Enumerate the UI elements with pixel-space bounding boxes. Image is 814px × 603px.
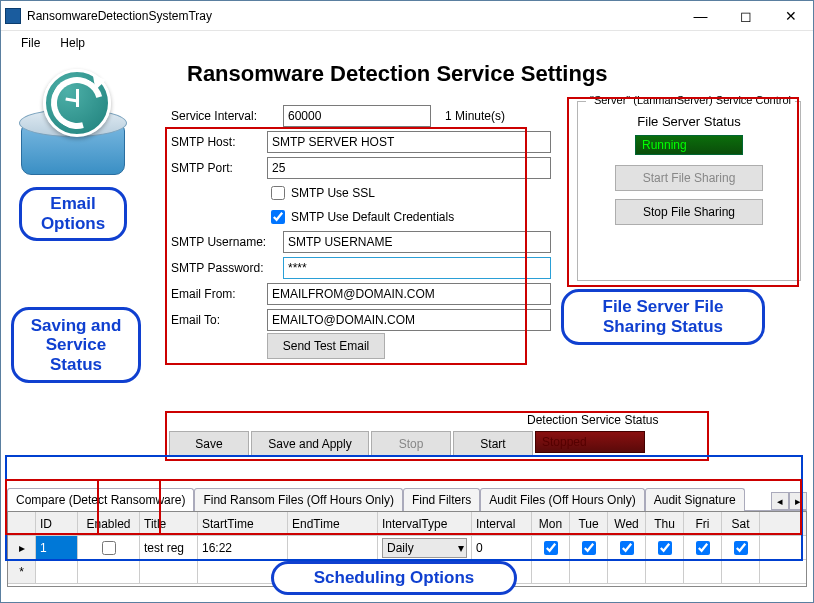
cell-thu[interactable]	[658, 541, 672, 555]
start-service-button[interactable]: Start	[453, 431, 533, 457]
email-from-label: Email From:	[171, 287, 267, 301]
table-row[interactable]: ▸ 1 test reg 16:22 Daily▾ 0	[8, 536, 806, 560]
col-intervaltype[interactable]: IntervalType	[378, 512, 472, 535]
menubar: File Help	[1, 31, 813, 55]
menu-help[interactable]: Help	[50, 32, 95, 54]
settings-form: Service Interval: 1 Minute(s) SMTP Host:…	[171, 103, 551, 359]
smtp-password-input[interactable]	[283, 257, 551, 279]
cell-enabled-checkbox[interactable]	[102, 541, 116, 555]
smtp-host-input[interactable]	[267, 131, 551, 153]
app-icon	[5, 8, 21, 24]
col-sat[interactable]: Sat	[722, 512, 760, 535]
smtp-password-label: SMTP Password:	[171, 261, 283, 275]
file-server-status-heading: File Server Status	[588, 114, 790, 129]
page-title: Ransomware Detection Service Settings	[187, 61, 803, 87]
tab-find-ransom[interactable]: Find Ransom Files (Off Hours Only)	[194, 488, 403, 511]
col-thu[interactable]: Thu	[646, 512, 684, 535]
cell-id[interactable]: 1	[36, 536, 78, 559]
row-indicator-icon: ▸	[8, 536, 36, 559]
callout-server: File Server File Sharing Status	[561, 289, 765, 345]
cell-tue[interactable]	[582, 541, 596, 555]
tab-strip: Compare (Detect Ransomware) Find Ransom …	[7, 487, 807, 511]
smtp-default-creds-label: SMTP Use Default Credentials	[291, 210, 454, 224]
smtp-default-creds-checkbox[interactable]	[271, 210, 285, 224]
menu-file[interactable]: File	[11, 32, 50, 54]
send-test-email-button[interactable]: Send Test Email	[267, 333, 385, 359]
interval-unit: 1 Minute(s)	[445, 109, 505, 123]
cell-starttime[interactable]: 16:22	[198, 536, 288, 559]
tab-compare[interactable]: Compare (Detect Ransomware)	[7, 488, 194, 511]
smtp-username-input[interactable]	[283, 231, 551, 253]
minimize-button[interactable]: ―	[678, 1, 723, 30]
col-mon[interactable]: Mon	[532, 512, 570, 535]
col-starttime[interactable]: StartTime	[198, 512, 288, 535]
smtp-ssl-label: SMTP Use SSL	[291, 186, 375, 200]
tab-audit-files[interactable]: Audit Files (Off Hours Only)	[480, 488, 644, 511]
callout-scheduling: Scheduling Options	[271, 561, 517, 595]
window-title: RansomwareDetectionSystemTray	[27, 9, 678, 23]
interval-label: Service Interval:	[171, 109, 283, 123]
smtp-port-label: SMTP Port:	[171, 161, 267, 175]
cell-fri[interactable]	[696, 541, 710, 555]
smtp-port-input[interactable]	[267, 157, 551, 179]
detection-service-status: Stopped	[535, 431, 645, 453]
detection-status-label: Detection Service Status	[527, 413, 658, 427]
tab-scroll-right[interactable]: ▸	[789, 492, 807, 510]
col-endtime[interactable]: EndTime	[288, 512, 378, 535]
stop-file-sharing-button[interactable]: Stop File Sharing	[615, 199, 763, 225]
callout-email: Email Options	[19, 187, 127, 241]
tab-scroll-left[interactable]: ◂	[771, 492, 789, 510]
col-interval[interactable]: Interval	[472, 512, 532, 535]
interval-input[interactable]	[283, 105, 431, 127]
smtp-ssl-checkbox[interactable]	[271, 186, 285, 200]
server-control-group: "Server" (LanmanServer) Service Control …	[577, 101, 801, 281]
email-to-label: Email To:	[171, 313, 267, 327]
col-tue[interactable]: Tue	[570, 512, 608, 535]
file-server-status: Running	[635, 135, 743, 155]
cell-sat[interactable]	[734, 541, 748, 555]
cell-interval[interactable]: 0	[472, 536, 532, 559]
stop-service-button[interactable]: Stop	[371, 431, 451, 457]
col-fri[interactable]: Fri	[684, 512, 722, 535]
smtp-host-label: SMTP Host:	[171, 135, 267, 149]
email-to-input[interactable]	[267, 309, 551, 331]
email-from-input[interactable]	[267, 283, 551, 305]
cell-intervaltype-combo[interactable]: Daily▾	[382, 538, 467, 558]
tab-find-filters[interactable]: Find Filters	[403, 488, 480, 511]
cell-title[interactable]: test reg	[140, 536, 198, 559]
titlebar: RansomwareDetectionSystemTray ― ◻ ✕	[1, 1, 813, 31]
new-row-icon: *	[8, 560, 36, 583]
maximize-button[interactable]: ◻	[723, 1, 768, 30]
col-title[interactable]: Title	[140, 512, 198, 535]
cell-wed[interactable]	[620, 541, 634, 555]
cell-mon[interactable]	[544, 541, 558, 555]
col-enabled[interactable]: Enabled	[78, 512, 140, 535]
smtp-username-label: SMTP Username:	[171, 235, 283, 249]
start-file-sharing-button[interactable]: Start File Sharing	[615, 165, 763, 191]
chevron-down-icon: ▾	[458, 541, 464, 555]
col-wed[interactable]: Wed	[608, 512, 646, 535]
app-logo-icon	[17, 69, 129, 181]
cell-endtime[interactable]	[288, 536, 378, 559]
close-button[interactable]: ✕	[768, 1, 813, 30]
save-apply-button[interactable]: Save and Apply	[251, 431, 369, 457]
col-id[interactable]: ID	[36, 512, 78, 535]
save-button[interactable]: Save	[169, 431, 249, 457]
callout-saving: Saving and Service Status	[11, 307, 141, 383]
tab-audit-signature[interactable]: Audit Signature	[645, 488, 745, 511]
action-row: Detection Service Status Save Save and A…	[169, 431, 709, 457]
server-control-legend: "Server" (LanmanServer) Service Control	[586, 94, 795, 106]
